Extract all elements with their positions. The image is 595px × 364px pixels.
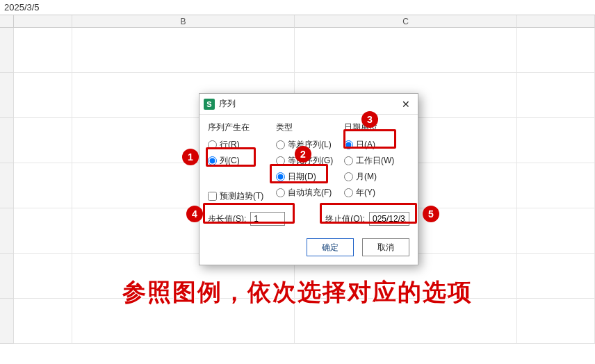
row-header[interactable] [0, 118, 14, 163]
group-title-date-unit: 日期单位 [344, 122, 409, 133]
radio-date[interactable]: 日期(D) [276, 171, 341, 183]
dialog-title: 序列 [219, 98, 394, 110]
row-header[interactable] [0, 73, 14, 118]
radio-column[interactable]: 列(C) [208, 155, 273, 167]
row-header[interactable] [0, 163, 14, 208]
cell[interactable] [72, 28, 295, 73]
radio-weekday[interactable]: 工作日(W) [344, 155, 409, 167]
radio-month[interactable]: 月(M) [344, 171, 409, 183]
cell[interactable] [517, 254, 595, 299]
step-label: 步长值(S): [208, 213, 246, 225]
radio-year[interactable]: 年(Y) [344, 187, 409, 199]
radio-day[interactable]: 日(A) [344, 139, 409, 151]
cell[interactable] [517, 299, 595, 344]
step-input[interactable] [250, 212, 285, 226]
group-produced-in: 序列产生在 行(R) 列(C) 预测趋势(T) [208, 122, 273, 202]
ok-button[interactable]: 确定 [307, 238, 354, 256]
col-header-a[interactable] [14, 15, 72, 28]
cell[interactable] [14, 118, 72, 163]
app-icon: S [204, 99, 215, 110]
radio-arith[interactable]: 等差序列(L) [276, 139, 341, 151]
cell[interactable] [14, 208, 72, 254]
group-type: 类型 等差序列(L) 等比序列(G) 日期(D) 自动填充(F) [276, 122, 341, 202]
series-dialog: S 序列 ✕ 序列产生在 行(R) 列(C) 预测趋势(T) 类型 等差序列(L… [199, 93, 418, 265]
cell[interactable] [517, 28, 595, 73]
radio-geom[interactable]: 等比序列(G) [276, 155, 341, 167]
end-label: 终止值(O): [325, 213, 365, 225]
formula-bar-value: 2025/3/5 [4, 2, 40, 13]
col-header-c[interactable]: C [295, 15, 517, 28]
group-title-type: 类型 [276, 122, 341, 133]
select-all-corner[interactable] [0, 15, 14, 28]
column-headers: B C [0, 15, 595, 28]
cell[interactable] [295, 299, 517, 344]
row-header[interactable] [0, 299, 14, 344]
row-header[interactable] [0, 208, 14, 254]
cell[interactable] [517, 73, 595, 118]
cell[interactable] [14, 299, 72, 344]
group-title-produced-in: 序列产生在 [208, 122, 273, 133]
cell[interactable] [14, 254, 72, 299]
col-header-rest [517, 15, 595, 28]
group-date-unit: 日期单位 日(A) 工作日(W) 月(M) 年(Y) [344, 122, 409, 202]
cell-active[interactable] [14, 28, 72, 73]
col-header-b[interactable]: B [72, 15, 295, 28]
cell[interactable] [517, 163, 595, 208]
row-header[interactable] [0, 254, 14, 299]
cell[interactable] [517, 208, 595, 254]
cell[interactable] [295, 28, 517, 73]
checkbox-trend[interactable]: 预测趋势(T) [208, 190, 273, 202]
cancel-button[interactable]: 取消 [362, 238, 409, 256]
cell[interactable] [72, 299, 295, 344]
row-header[interactable] [0, 28, 14, 73]
cell[interactable] [14, 73, 72, 118]
cell[interactable] [517, 118, 595, 163]
radio-autofill[interactable]: 自动填充(F) [276, 187, 341, 199]
close-icon[interactable]: ✕ [398, 97, 414, 112]
formula-bar[interactable]: 2025/3/5 [0, 0, 595, 15]
radio-row[interactable]: 行(R) [208, 139, 273, 151]
dialog-titlebar[interactable]: S 序列 ✕ [199, 94, 418, 115]
cell[interactable] [14, 163, 72, 208]
end-input[interactable] [369, 212, 409, 226]
